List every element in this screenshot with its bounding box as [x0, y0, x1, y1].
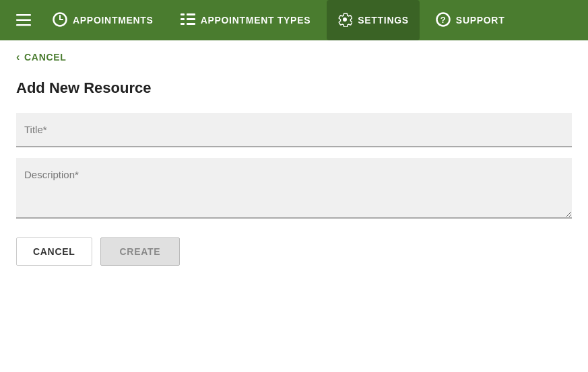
nav-appointment-types[interactable]: APPOINTMENT TYPES	[170, 0, 322, 40]
description-textarea[interactable]	[16, 158, 572, 219]
settings-icon	[337, 12, 352, 29]
title-field-group	[16, 113, 572, 147]
svg-rect-1	[16, 20, 31, 22]
description-field-group	[16, 158, 572, 221]
svg-rect-2	[16, 24, 31, 26]
page-content: ‹ CANCEL Add New Resource CANCEL CREATE	[0, 40, 588, 276]
support-icon: ?	[436, 12, 451, 29]
chevron-left-icon: ‹	[16, 51, 20, 63]
list-icon	[181, 13, 195, 28]
svg-rect-9	[187, 18, 195, 20]
nav-appointment-types-label: APPOINTMENT TYPES	[201, 15, 311, 26]
nav-support-label: SUPPORT	[456, 15, 505, 26]
cancel-back-label: CANCEL	[24, 52, 67, 63]
nav-settings-label: SETTINGS	[358, 15, 409, 26]
cancel-button[interactable]: CANCEL	[16, 237, 92, 266]
page-title: Add New Resource	[16, 79, 572, 97]
svg-rect-8	[181, 18, 185, 20]
navbar: APPOINTMENTS APPOINTMENT TYPES SETTINGS	[0, 0, 588, 40]
svg-rect-0	[16, 14, 31, 16]
hamburger-menu[interactable]	[11, 9, 36, 32]
svg-rect-7	[187, 13, 195, 15]
svg-text:?: ?	[440, 15, 447, 25]
svg-rect-10	[181, 23, 185, 25]
svg-rect-6	[181, 13, 185, 15]
cancel-back-link[interactable]: ‹ CANCEL	[16, 51, 572, 63]
clock-icon	[53, 12, 67, 29]
svg-rect-11	[187, 23, 195, 25]
nav-support[interactable]: ? SUPPORT	[425, 0, 516, 40]
form-buttons: CANCEL CREATE	[16, 237, 572, 266]
title-input[interactable]	[16, 113, 572, 147]
nav-settings[interactable]: SETTINGS	[327, 0, 420, 40]
nav-appointments[interactable]: APPOINTMENTS	[42, 0, 164, 40]
nav-appointments-label: APPOINTMENTS	[73, 15, 154, 26]
create-button[interactable]: CREATE	[100, 237, 181, 266]
add-resource-form: CANCEL CREATE	[16, 113, 572, 266]
